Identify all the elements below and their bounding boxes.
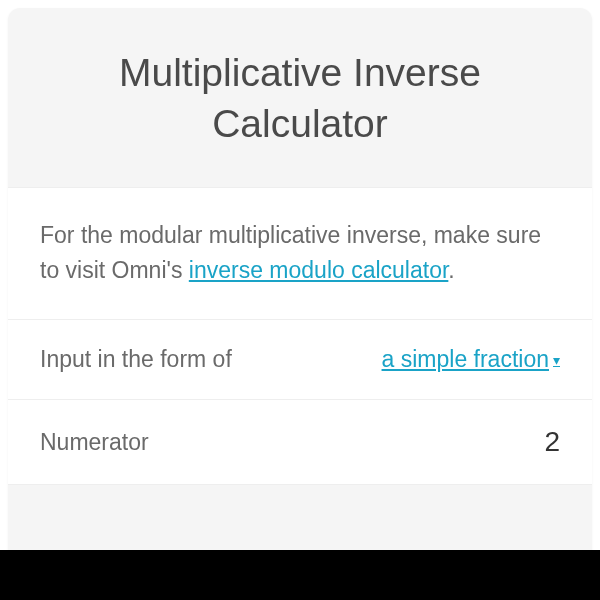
info-suffix: . bbox=[448, 257, 454, 283]
dropdown-value: a simple fraction bbox=[382, 346, 549, 373]
info-text: For the modular multiplicative inverse, … bbox=[40, 218, 560, 287]
numerator-value[interactable]: 2 bbox=[544, 426, 560, 458]
calculator-card: Multiplicative Inverse Calculator For th… bbox=[8, 8, 592, 592]
input-form-label: Input in the form of bbox=[40, 346, 232, 373]
chevron-down-icon: ▾ bbox=[553, 352, 560, 368]
input-form-row: Input in the form of a simple fraction ▾ bbox=[8, 320, 592, 400]
info-section: For the modular multiplicative inverse, … bbox=[8, 187, 592, 320]
inverse-modulo-link[interactable]: inverse modulo calculator bbox=[189, 257, 449, 283]
numerator-row: Numerator 2 bbox=[8, 400, 592, 485]
page-title: Multiplicative Inverse Calculator bbox=[38, 48, 562, 149]
bottom-bar bbox=[0, 550, 600, 600]
title-section: Multiplicative Inverse Calculator bbox=[8, 8, 592, 187]
input-form-dropdown[interactable]: a simple fraction ▾ bbox=[382, 346, 560, 373]
numerator-label: Numerator bbox=[40, 429, 149, 456]
